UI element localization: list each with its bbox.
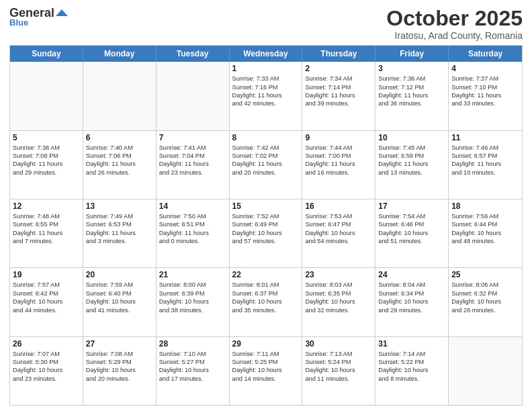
cell-info: Sunrise: 7:07 AM Sunset: 5:30 PM Dayligh…	[13, 350, 80, 383]
cell-info: Sunrise: 7:10 AM Sunset: 5:27 PM Dayligh…	[159, 350, 226, 383]
month-title: October 2025	[386, 7, 523, 30]
calendar-cell: 30Sunrise: 7:13 AM Sunset: 5:24 PM Dayli…	[302, 337, 375, 405]
calendar-cell: 29Sunrise: 7:11 AM Sunset: 5:25 PM Dayli…	[230, 337, 303, 405]
cell-info: Sunrise: 7:13 AM Sunset: 5:24 PM Dayligh…	[305, 350, 372, 383]
day-number: 2	[305, 64, 372, 73]
calendar-row: 1Sunrise: 7:33 AM Sunset: 7:16 PM Daylig…	[10, 62, 522, 130]
calendar-cell: 26Sunrise: 7:07 AM Sunset: 5:30 PM Dayli…	[10, 337, 83, 405]
day-number: 8	[232, 133, 300, 142]
day-number: 30	[305, 339, 372, 349]
day-number: 6	[86, 133, 153, 142]
day-number: 22	[232, 270, 300, 279]
calendar-cell: 6Sunrise: 7:40 AM Sunset: 7:06 PM Daylig…	[83, 131, 157, 199]
cell-info: Sunrise: 8:01 AM Sunset: 6:37 PM Dayligh…	[232, 281, 300, 314]
calendar-cell: 1Sunrise: 7:33 AM Sunset: 7:16 PM Daylig…	[230, 62, 303, 130]
calendar-row: 5Sunrise: 7:38 AM Sunset: 7:08 PM Daylig…	[10, 130, 522, 199]
cell-info: Sunrise: 7:37 AM Sunset: 7:10 PM Dayligh…	[451, 75, 519, 108]
calendar-cell: 25Sunrise: 8:06 AM Sunset: 6:32 PM Dayli…	[449, 268, 522, 336]
calendar-cell: 12Sunrise: 7:48 AM Sunset: 6:55 PM Dayli…	[10, 199, 83, 267]
calendar: SundayMondayTuesdayWednesdayThursdayFrid…	[9, 45, 523, 406]
cell-info: Sunrise: 7:08 AM Sunset: 5:29 PM Dayligh…	[86, 350, 153, 383]
calendar-cell	[10, 62, 83, 130]
day-number: 23	[305, 270, 372, 279]
calendar-cell: 2Sunrise: 7:34 AM Sunset: 7:14 PM Daylig…	[302, 62, 375, 130]
cell-info: Sunrise: 7:41 AM Sunset: 7:04 PM Dayligh…	[159, 144, 226, 177]
day-number: 4	[451, 64, 519, 73]
calendar-cell: 15Sunrise: 7:52 AM Sunset: 6:49 PM Dayli…	[230, 199, 303, 267]
calendar-cell: 13Sunrise: 7:49 AM Sunset: 6:53 PM Dayli…	[83, 199, 157, 267]
main-container: General Blue October 2025 Iratosu, Arad …	[0, 0, 532, 411]
calendar-cell: 7Sunrise: 7:41 AM Sunset: 7:04 PM Daylig…	[157, 131, 230, 199]
day-number: 19	[13, 270, 80, 279]
calendar-body: 1Sunrise: 7:33 AM Sunset: 7:16 PM Daylig…	[10, 62, 522, 405]
calendar-cell	[157, 62, 230, 130]
day-number: 14	[159, 201, 226, 211]
calendar-cell: 23Sunrise: 8:03 AM Sunset: 6:35 PM Dayli…	[302, 268, 375, 336]
calendar-cell	[449, 337, 522, 405]
cell-info: Sunrise: 7:11 AM Sunset: 5:25 PM Dayligh…	[232, 350, 300, 383]
cell-info: Sunrise: 7:56 AM Sunset: 6:44 PM Dayligh…	[451, 212, 519, 246]
calendar-row: 26Sunrise: 7:07 AM Sunset: 5:30 PM Dayli…	[10, 336, 522, 405]
calendar-cell: 11Sunrise: 7:46 AM Sunset: 6:57 PM Dayli…	[449, 131, 522, 199]
cell-info: Sunrise: 7:40 AM Sunset: 7:06 PM Dayligh…	[86, 144, 153, 177]
svg-marker-0	[56, 9, 68, 16]
calendar-cell: 31Sunrise: 7:14 AM Sunset: 5:22 PM Dayli…	[375, 337, 449, 405]
header-right: October 2025 Iratosu, Arad County, Roman…	[386, 7, 523, 41]
calendar-cell: 21Sunrise: 8:00 AM Sunset: 6:39 PM Dayli…	[157, 268, 230, 336]
cell-info: Sunrise: 7:44 AM Sunset: 7:00 PM Dayligh…	[305, 144, 372, 177]
weekday-header: Wednesday	[230, 46, 303, 62]
day-number: 10	[378, 133, 445, 142]
calendar-cell: 28Sunrise: 7:10 AM Sunset: 5:27 PM Dayli…	[157, 337, 230, 405]
calendar-cell: 9Sunrise: 7:44 AM Sunset: 7:00 PM Daylig…	[302, 131, 375, 199]
calendar-row: 19Sunrise: 7:57 AM Sunset: 6:42 PM Dayli…	[10, 267, 522, 336]
day-number: 1	[232, 64, 300, 73]
cell-info: Sunrise: 7:59 AM Sunset: 6:40 PM Dayligh…	[86, 281, 153, 314]
calendar-cell: 20Sunrise: 7:59 AM Sunset: 6:40 PM Dayli…	[83, 268, 157, 336]
weekday-header: Saturday	[449, 46, 522, 62]
calendar-cell: 10Sunrise: 7:45 AM Sunset: 6:59 PM Dayli…	[375, 131, 449, 199]
calendar-cell: 18Sunrise: 7:56 AM Sunset: 6:44 PM Dayli…	[449, 199, 522, 267]
logo-blue: Blue	[9, 17, 28, 28]
day-number: 20	[86, 270, 153, 279]
calendar-row: 12Sunrise: 7:48 AM Sunset: 6:55 PM Dayli…	[10, 199, 522, 267]
calendar-cell	[83, 62, 157, 130]
cell-info: Sunrise: 7:54 AM Sunset: 6:46 PM Dayligh…	[378, 212, 445, 246]
cell-info: Sunrise: 7:34 AM Sunset: 7:14 PM Dayligh…	[305, 75, 372, 108]
cell-info: Sunrise: 7:57 AM Sunset: 6:42 PM Dayligh…	[13, 281, 80, 314]
page-header: General Blue October 2025 Iratosu, Arad …	[9, 7, 523, 41]
cell-info: Sunrise: 7:48 AM Sunset: 6:55 PM Dayligh…	[13, 212, 80, 246]
weekday-header: Sunday	[10, 46, 83, 62]
location: Iratosu, Arad County, Romania	[386, 30, 523, 41]
day-number: 27	[86, 339, 153, 349]
calendar-cell: 27Sunrise: 7:08 AM Sunset: 5:29 PM Dayli…	[83, 337, 157, 405]
cell-info: Sunrise: 7:33 AM Sunset: 7:16 PM Dayligh…	[232, 75, 300, 108]
day-number: 16	[305, 201, 372, 211]
day-number: 21	[159, 270, 226, 279]
cell-info: Sunrise: 8:04 AM Sunset: 6:34 PM Dayligh…	[378, 281, 445, 314]
day-number: 24	[378, 270, 445, 279]
weekday-header: Friday	[375, 46, 449, 62]
cell-info: Sunrise: 7:53 AM Sunset: 6:47 PM Dayligh…	[305, 212, 372, 246]
calendar-cell: 17Sunrise: 7:54 AM Sunset: 6:46 PM Dayli…	[375, 199, 449, 267]
cell-info: Sunrise: 7:14 AM Sunset: 5:22 PM Dayligh…	[378, 350, 445, 383]
cell-info: Sunrise: 7:42 AM Sunset: 7:02 PM Dayligh…	[232, 144, 300, 177]
day-number: 7	[159, 133, 226, 142]
day-number: 5	[13, 133, 80, 142]
calendar-cell: 8Sunrise: 7:42 AM Sunset: 7:02 PM Daylig…	[230, 131, 303, 199]
cell-info: Sunrise: 7:52 AM Sunset: 6:49 PM Dayligh…	[232, 212, 300, 246]
calendar-cell: 22Sunrise: 8:01 AM Sunset: 6:37 PM Dayli…	[230, 268, 303, 336]
day-number: 12	[13, 201, 80, 211]
day-number: 25	[451, 270, 519, 279]
logo-icon	[54, 8, 69, 17]
day-number: 9	[305, 133, 372, 142]
cell-info: Sunrise: 7:50 AM Sunset: 6:51 PM Dayligh…	[159, 212, 226, 246]
day-number: 29	[232, 339, 300, 349]
calendar-cell: 19Sunrise: 7:57 AM Sunset: 6:42 PM Dayli…	[10, 268, 83, 336]
cell-info: Sunrise: 7:38 AM Sunset: 7:08 PM Dayligh…	[13, 144, 80, 177]
calendar-cell: 14Sunrise: 7:50 AM Sunset: 6:51 PM Dayli…	[157, 199, 230, 267]
calendar-cell: 24Sunrise: 8:04 AM Sunset: 6:34 PM Dayli…	[375, 268, 449, 336]
calendar-cell: 4Sunrise: 7:37 AM Sunset: 7:10 PM Daylig…	[449, 62, 522, 130]
day-number: 11	[451, 133, 519, 142]
day-number: 17	[378, 201, 445, 211]
cell-info: Sunrise: 8:00 AM Sunset: 6:39 PM Dayligh…	[159, 281, 226, 314]
